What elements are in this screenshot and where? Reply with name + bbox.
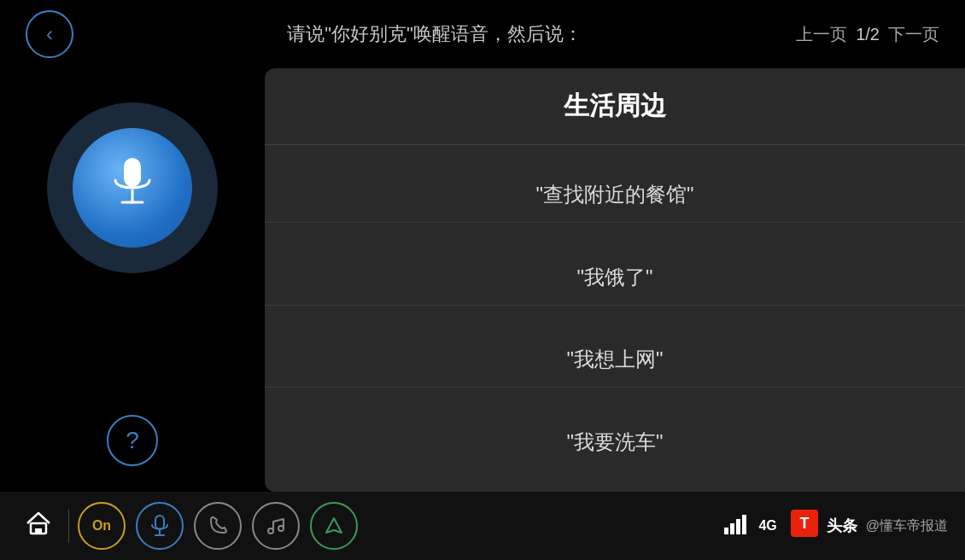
- svg-rect-12: [736, 519, 740, 534]
- list-item[interactable]: "我饿了": [265, 250, 965, 306]
- divider: [68, 509, 69, 543]
- help-icon: ?: [126, 427, 139, 454]
- svg-rect-0: [124, 158, 141, 187]
- content-header: 生活周边: [265, 68, 965, 145]
- list-item[interactable]: "查找附近的餐馆": [265, 167, 965, 223]
- svg-rect-5: [155, 516, 164, 529]
- list-item[interactable]: "我要洗车": [265, 415, 965, 470]
- help-button[interactable]: ?: [107, 415, 158, 466]
- mic-button[interactable]: [73, 128, 192, 248]
- brand-logo-icon: T: [791, 510, 818, 542]
- microphone-icon: [110, 156, 155, 219]
- pagination: 上一页 1/2 下一页: [796, 23, 939, 46]
- next-page-button[interactable]: 下一页: [888, 23, 939, 46]
- signal-icon: [724, 514, 750, 539]
- svg-point-8: [268, 528, 273, 534]
- svg-rect-4: [35, 528, 42, 534]
- phone-button[interactable]: [194, 502, 242, 550]
- voice-commands-list: "查找附近的餐馆" "我饿了" "我想上网" "我要洗车": [265, 145, 965, 492]
- on-label: On: [92, 518, 111, 534]
- back-icon: ‹: [46, 22, 53, 46]
- bottom-nav-buttons: On: [78, 502, 358, 550]
- home-button[interactable]: [17, 511, 60, 541]
- prev-page-button[interactable]: 上一页: [796, 23, 847, 46]
- voice-button[interactable]: [136, 502, 184, 550]
- svg-point-9: [278, 526, 284, 531]
- svg-rect-13: [742, 515, 746, 534]
- svg-text:T: T: [799, 515, 809, 532]
- back-button[interactable]: ‹: [26, 10, 73, 58]
- music-button[interactable]: [252, 502, 300, 550]
- main-content-panel: 生活周边 "查找附近的餐馆" "我饿了" "我想上网" "我要洗车": [265, 68, 965, 492]
- page-info: 1/2: [856, 25, 880, 44]
- content-title: 生活周边: [564, 91, 666, 120]
- signal-label: 4G: [758, 518, 776, 534]
- list-item[interactable]: "我想上网": [265, 332, 965, 388]
- navigation-button[interactable]: [310, 502, 358, 550]
- on-button[interactable]: On: [78, 502, 126, 550]
- brand-label: 头条: [827, 516, 857, 536]
- voice-instruction: 请说"你好别克"唤醒语音，然后说：: [73, 21, 796, 47]
- svg-rect-10: [724, 528, 728, 534]
- svg-rect-11: [730, 523, 734, 534]
- mic-outer-circle: [47, 102, 218, 273]
- bottom-left-nav: On: [17, 502, 358, 550]
- brand-handle: @懂车帝报道: [866, 517, 948, 535]
- bottom-bar: On: [0, 492, 965, 560]
- bottom-right-info: 4G T 头条 @懂车帝报道: [724, 510, 948, 542]
- left-panel: ?: [0, 68, 265, 492]
- top-bar: ‹ 请说"你好别克"唤醒语音，然后说： 上一页 1/2 下一页: [0, 0, 965, 68]
